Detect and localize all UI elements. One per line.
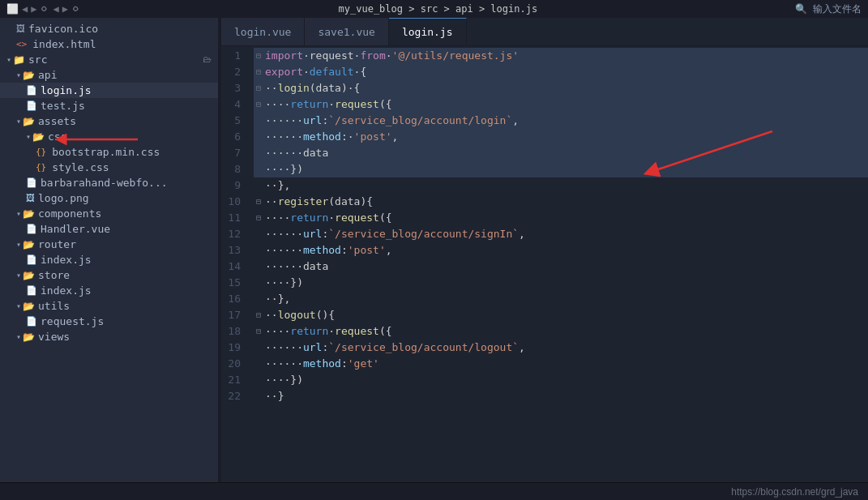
line-numbers: 1 2 3 4 5 6 7 8 9 10 11 12 13 14 15 16 1 [221,46,250,482]
nav-arrows[interactable]: ⬜ ◀ ▶ ⭘ ◀ ▶ ⭘ [6,3,81,15]
code-line: ⊟····return·request({ [254,323,868,340]
folder-icon: 📂 [23,70,35,81]
sidebar-item-favicon[interactable]: 🖼 favicon.ico [0,21,218,36]
sidebar-item-label: barbarahand-webfo... [41,177,168,189]
code-line: ⊟····return·request({ [254,210,868,226]
sidebar-item-barbarahand[interactable]: 📄 barbarahand-webfo... [0,175,218,190]
code-line: ····}) [254,372,868,388]
folder-icon: 📂 [23,331,35,343]
sidebar-item-components[interactable]: ▾ 📂 components [0,206,218,221]
code-lines: ⊟import·request·from·'@/utils/request.js… [250,46,868,482]
code-line: ⊟import·request·from·'@/utils/request.js… [254,48,868,64]
tab-loginjs[interactable]: login.js [389,18,467,45]
sidebar-item-utils[interactable]: ▾ 📂 utils [0,298,218,314]
sidebar-item-utils-requestjs[interactable]: 📄 request.js [0,314,218,329]
sidebar-item-label: bootstrap.min.css [52,146,160,158]
code-line: ⊟··register(data){ [254,194,868,210]
folder-icon: 📂 [23,239,35,250]
code-line: ······data [254,259,868,275]
css-file-icon: {} [36,162,46,173]
title-bar: ⬜ ◀ ▶ ⭘ ◀ ▶ ⭘ my_vue_blog > src > api > … [0,0,868,18]
sidebar-item-label: style.css [52,161,109,173]
sidebar-item-api[interactable]: ▾ 📂 api [0,67,218,83]
sidebar-item-logo[interactable]: 🖼 logo.png [0,190,218,206]
search-area: 🔍 输入文件名 [795,2,862,16]
main-layout: 🖼 favicon.ico <> index.html ▾ 📁 src 🗁 ▾ … [0,18,868,482]
js-file-icon: 📄 [26,100,37,111]
sidebar-item-label: Handler.vue [41,223,110,235]
file-icon: 📄 [26,177,37,188]
sidebar-item-label: utils [38,300,70,312]
code-line: ······method:'get' [254,356,868,372]
sidebar-item-indexhtml[interactable]: <> index.html [0,36,218,52]
sidebar-item-label: router [38,238,76,250]
js-file-icon: 📄 [26,85,37,96]
sidebar-item-testjs[interactable]: 📄 test.js [0,98,218,113]
sidebar-item-label: src [28,53,47,66]
sidebar-item-label: views [38,331,70,343]
code-line: ····}) [254,275,868,291]
sidebar-item-assets[interactable]: ▾ 📂 assets [0,113,218,129]
sidebar-item-label: store [38,269,70,281]
code-line: ······url:`/service_blog/account/login`, [254,113,868,129]
code-line: ······method:·'post', [254,129,868,145]
chevron-icon: ▾ [16,117,21,126]
vue-file-icon: 📄 [26,224,37,234]
chevron-icon: ▾ [16,301,21,310]
img-file-icon: 🖼 [26,193,35,203]
chevron-icon: ▾ [16,71,21,79]
chevron-icon: ▾ [16,271,21,280]
new-folder-icon: 🗁 [203,54,212,65]
sidebar: 🖼 favicon.ico <> index.html ▾ 📁 src 🗁 ▾ … [0,18,219,482]
js-file-icon: 📄 [26,285,37,296]
code-line: ······data [254,145,868,161]
breadcrumb: my_vue_blog > src > api > login.js [88,3,789,15]
sidebar-item-store-indexjs[interactable]: 📄 index.js [0,283,218,298]
js-file-icon: 📄 [26,254,37,265]
sidebar-item-stylecss[interactable]: {} style.css [0,160,218,175]
code-line: ⊟····return·request({ [254,96,868,113]
folder-icon: 📂 [32,131,45,143]
js-file-icon: 📄 [26,316,37,327]
chevron-icon: ▾ [16,209,21,218]
folder-icon: 📂 [23,301,35,312]
sidebar-item-css[interactable]: ▾ 📂 css [0,129,218,144]
html-icon: <> [16,39,27,49]
editor-content[interactable]: 1 2 3 4 5 6 7 8 9 10 11 12 13 14 15 16 1 [221,46,868,482]
status-bar: https://blog.csdn.net/grd_java [0,482,868,500]
editor-container: login.vue save1.vue login.js 1 2 3 4 5 6… [221,18,868,482]
code-line: ⊟export·default·{ [254,64,868,80]
sidebar-item-src[interactable]: ▾ 📁 src 🗁 [0,52,218,67]
code-line: ······url:`/service_blog/account/signIn`… [254,226,868,242]
sidebar-item-label: components [38,207,101,220]
sidebar-item-loginjs[interactable]: 📄 login.js [0,83,218,98]
sidebar-item-label: request.js [41,315,104,327]
sidebar-item-bootstrap[interactable]: {} bootstrap.min.css [0,144,218,160]
folder-icon: 📂 [23,116,35,127]
chevron-icon: ▾ [26,132,31,141]
sidebar-item-label: index.js [41,284,92,297]
sidebar-item-label: favicon.ico [28,23,98,35]
code-line: ⊟··login(data)·{ [254,80,868,96]
code-area: 1 2 3 4 5 6 7 8 9 10 11 12 13 14 15 16 1 [221,46,868,482]
tabs-bar: login.vue save1.vue login.js [221,18,868,46]
css-file-icon: {} [36,147,46,157]
sidebar-item-views[interactable]: ▾ 📂 views [0,329,218,344]
code-line: ··}, [254,291,868,307]
code-line: ····}) [254,161,868,177]
folder-icon: 📁 [13,54,25,66]
file-icon: 🖼 [16,24,25,34]
tab-save1vue[interactable]: save1.vue [305,18,388,45]
sidebar-item-label: assets [38,115,76,127]
sidebar-item-router-indexjs[interactable]: 📄 index.js [0,252,218,267]
sidebar-item-store[interactable]: ▾ 📂 store [0,267,218,283]
sidebar-item-label: login.js [41,84,92,96]
sidebar-item-handlervue[interactable]: 📄 Handler.vue [0,221,218,237]
sidebar-item-label: index.html [32,38,96,50]
tab-loginvue[interactable]: login.vue [221,18,305,45]
chevron-icon: ▾ [16,240,21,249]
code-line: ······method:'post', [254,242,868,259]
code-line: ··}, [254,177,868,194]
code-line: ··} [254,388,868,404]
sidebar-item-router[interactable]: ▾ 📂 router [0,237,218,252]
